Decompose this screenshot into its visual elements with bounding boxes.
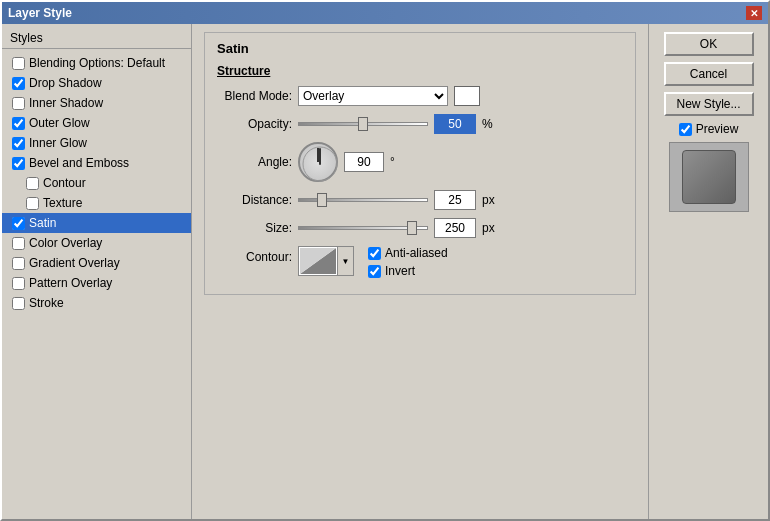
sidebar-item-satin[interactable]: Satin [2, 213, 191, 233]
blend-mode-row: Blend Mode: Overlay Normal Multiply Scre… [217, 86, 623, 106]
stroke-checkbox[interactable] [12, 297, 25, 310]
size-unit: px [482, 221, 495, 235]
distance-row: Distance: 25 px [217, 190, 623, 210]
dialog-title: Layer Style [8, 6, 72, 20]
satin-checkbox[interactable] [12, 217, 25, 230]
right-panel: OK Cancel New Style... Preview [648, 24, 768, 519]
contour-options: Anti-aliased Invert [368, 246, 448, 278]
cancel-button[interactable]: Cancel [664, 62, 754, 86]
anti-aliased-row: Anti-aliased [368, 246, 448, 260]
preview-checkbox[interactable] [679, 123, 692, 136]
sidebar-item-outer-glow[interactable]: Outer Glow [2, 113, 191, 133]
pattern-overlay-label: Pattern Overlay [29, 276, 112, 290]
left-panel: Styles Blending Options: Default Drop Sh… [2, 24, 192, 519]
pattern-overlay-checkbox[interactable] [12, 277, 25, 290]
sidebar-item-inner-shadow[interactable]: Inner Shadow [2, 93, 191, 113]
contour-row: Contour: ▼ Anti-aliased [217, 246, 623, 278]
sidebar-item-blending-options[interactable]: Blending Options: Default [2, 53, 191, 73]
sidebar-item-drop-shadow[interactable]: Drop Shadow [2, 73, 191, 93]
contour-svg [300, 248, 336, 274]
opacity-unit: % [482, 117, 493, 131]
sidebar-item-texture[interactable]: Texture [2, 193, 191, 213]
drop-shadow-checkbox[interactable] [12, 77, 25, 90]
contour-label: Contour [43, 176, 86, 190]
sidebar-item-gradient-overlay[interactable]: Gradient Overlay [2, 253, 191, 273]
contour-dropdown-button[interactable]: ▼ [338, 246, 354, 276]
opacity-input[interactable]: 50 [434, 114, 476, 134]
size-row: Size: 250 px [217, 218, 623, 238]
inner-shadow-checkbox[interactable] [12, 97, 25, 110]
main-content: Satin Structure Blend Mode: Overlay Norm… [192, 24, 648, 519]
distance-input[interactable]: 25 [434, 190, 476, 210]
ok-button[interactable]: OK [664, 32, 754, 56]
bevel-emboss-checkbox[interactable] [12, 157, 25, 170]
distance-slider-track[interactable] [298, 193, 428, 207]
invert-row: Invert [368, 264, 448, 278]
preview-row: Preview [679, 122, 739, 136]
blend-mode-select[interactable]: Overlay Normal Multiply Screen Soft Ligh… [298, 86, 448, 106]
sidebar-item-pattern-overlay[interactable]: Pattern Overlay [2, 273, 191, 293]
distance-label: Distance: [217, 193, 292, 207]
blend-mode-label: Blend Mode: [217, 89, 292, 103]
sidebar-item-inner-glow[interactable]: Inner Glow [2, 133, 191, 153]
new-style-button[interactable]: New Style... [664, 92, 754, 116]
drop-shadow-label: Drop Shadow [29, 76, 102, 90]
contour-row-label: Contour: [217, 246, 292, 264]
size-label: Size: [217, 221, 292, 235]
left-panel-header: Styles [2, 28, 191, 49]
color-overlay-label: Color Overlay [29, 236, 102, 250]
gradient-overlay-checkbox[interactable] [12, 257, 25, 270]
angle-label: Angle: [217, 155, 292, 169]
blending-options-checkbox[interactable] [12, 57, 25, 70]
anti-aliased-checkbox[interactable] [368, 247, 381, 260]
size-slider-track[interactable] [298, 221, 428, 235]
sidebar-item-color-overlay[interactable]: Color Overlay [2, 233, 191, 253]
layer-style-dialog: Layer Style ✕ Styles Blending Options: D… [0, 0, 770, 521]
bevel-emboss-label: Bevel and Emboss [29, 156, 129, 170]
blend-mode-color-swatch[interactable] [454, 86, 480, 106]
anti-aliased-label: Anti-aliased [385, 246, 448, 260]
contour-picker: ▼ [298, 246, 354, 276]
title-bar: Layer Style ✕ [2, 2, 768, 24]
contour-checkbox[interactable] [26, 177, 39, 190]
contour-preview-box[interactable] [298, 246, 338, 276]
angle-input[interactable]: 90 [344, 152, 384, 172]
texture-label: Texture [43, 196, 82, 210]
invert-label: Invert [385, 264, 415, 278]
inner-glow-checkbox[interactable] [12, 137, 25, 150]
angle-row: Angle: 90 ° [217, 142, 623, 182]
satin-label: Satin [29, 216, 56, 230]
inner-shadow-label: Inner Shadow [29, 96, 103, 110]
satin-section-title: Satin [217, 41, 623, 56]
structure-subtitle: Structure [217, 64, 623, 78]
outer-glow-checkbox[interactable] [12, 117, 25, 130]
color-overlay-checkbox[interactable] [12, 237, 25, 250]
sidebar-item-stroke[interactable]: Stroke [2, 293, 191, 313]
preview-label: Preview [696, 122, 739, 136]
angle-unit: ° [390, 155, 395, 169]
stroke-label: Stroke [29, 296, 64, 310]
opacity-row: Opacity: 50 % [217, 114, 623, 134]
gradient-overlay-label: Gradient Overlay [29, 256, 120, 270]
texture-checkbox[interactable] [26, 197, 39, 210]
dial-svg [300, 144, 340, 184]
preview-box [669, 142, 749, 212]
distance-unit: px [482, 193, 495, 207]
opacity-slider-track[interactable] [298, 117, 428, 131]
satin-section: Satin Structure Blend Mode: Overlay Norm… [204, 32, 636, 295]
preview-shape [682, 150, 736, 204]
dialog-body: Styles Blending Options: Default Drop Sh… [2, 24, 768, 519]
outer-glow-label: Outer Glow [29, 116, 90, 130]
size-input[interactable]: 250 [434, 218, 476, 238]
blending-options-label: Blending Options: Default [29, 56, 165, 70]
close-button[interactable]: ✕ [746, 6, 762, 20]
opacity-label: Opacity: [217, 117, 292, 131]
sidebar-item-bevel-emboss[interactable]: Bevel and Emboss [2, 153, 191, 173]
invert-checkbox[interactable] [368, 265, 381, 278]
inner-glow-label: Inner Glow [29, 136, 87, 150]
angle-dial[interactable] [298, 142, 338, 182]
sidebar-item-contour[interactable]: Contour [2, 173, 191, 193]
